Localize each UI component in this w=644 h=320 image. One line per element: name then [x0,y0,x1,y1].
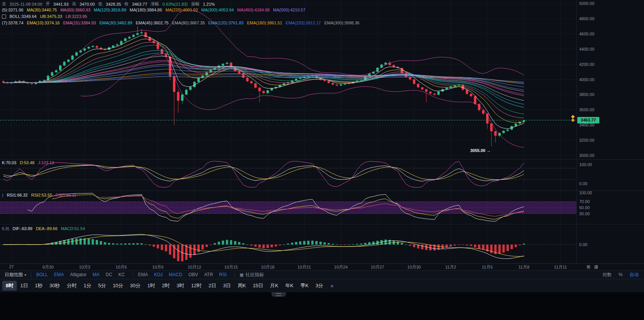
timeframe-button-10分[interactable]: 10分 [109,281,127,291]
x-axis-label: 10月21 [297,264,311,270]
rsi-legend: )RSI1:66.32RSI2:53.55RSI3:46.11 [2,193,76,197]
axis-label: 3600.00 [579,107,594,112]
timeframe-button-5分[interactable]: 5分 [95,281,109,291]
legend-item: MA(30):3440.75 [27,8,57,12]
date-range-dropdown[interactable]: 日期范围 ▾ [3,272,28,278]
timeframe-toolbar: 8时1日1秒30秒分时1分5分10分30分1时2时3时12时2日3日周K15日月… [0,279,644,292]
indicator-button-ema[interactable]: EMA [51,272,67,277]
legend-item: DEA:-89.66 [36,226,58,231]
axis-toggle-liquidation[interactable]: 爆 [594,264,598,270]
timeframe-button-15日[interactable]: 15日 [249,281,267,291]
indicator-group: EMAKDJMACDOBVATRRSI [133,272,232,277]
scale-button-%[interactable]: % [618,272,623,278]
indicator-button-kdj[interactable]: KDJ [151,272,165,277]
indicator-button-boll[interactable]: BOLL [34,272,51,277]
x-axis-label: 27 [9,264,14,269]
timeframe-button-周K[interactable]: 周K [234,281,249,291]
legend-item: EMA(45):3602.75 [136,21,169,25]
chevron-down-icon: ▾ [24,273,26,277]
legend-item: 低 [98,1,103,7]
timeframe-button-30分[interactable]: 30分 [127,281,144,291]
axis-label: 3000.00 [579,153,594,158]
timeframe-button-1时[interactable]: 1时 [144,281,159,291]
legend-item: 3470.00 [80,2,95,6]
time-axis: 279月3010月310月610月910月1210月1510月1810月2110… [0,264,644,270]
scale-button-自动[interactable]: 自动 [630,272,639,278]
axis-label: 4000.00 [579,77,594,82]
indicator-button-alligator[interactable]: Alligator [67,272,89,277]
timeframe-button-12时[interactable]: 12时 [188,281,205,291]
legend-item: 振幅 [191,1,199,7]
x-axis-label: 11月2 [445,264,456,270]
axis-label: 4600.00 [579,32,594,36]
axis-label: 100.00 [579,190,592,195]
axis-label: 4400.00 [579,47,594,51]
legend-item: EMA(30):3462.89 [100,21,132,25]
legend-item: RSI3:46.11 [56,193,76,197]
timeframe-button-8时[interactable]: 8时 [2,281,17,291]
legend-item: 0.63%(21.83) [162,2,188,6]
timeframe-button-季K[interactable]: 季K [297,281,312,291]
low-price-annotation: 3055.00 → [456,148,491,153]
indicator-button-obv[interactable]: OBV [186,272,201,277]
ma-legend: (5):3371.96MA(30):3440.75MA(60):3660.93M… [2,8,305,12]
indicator-button-rsi[interactable]: RSI [217,272,230,277]
legend-item: RSI1:66.32 [7,193,28,197]
timeframe-button-2日[interactable]: 2日 [205,281,220,291]
scale-button-对数[interactable]: 对数 [602,272,612,278]
indicator-button-macd[interactable]: MACD [166,272,185,277]
legend-item: EMA(80):3667.35 [172,21,205,25]
timeframe-button-30秒[interactable]: 30秒 [46,281,63,291]
indicator-visibility-icon[interactable] [2,14,6,19]
indicator-button-kc[interactable]: KC [116,272,127,277]
axis-label: 30.00 [579,211,590,216]
indicator-toolbar: 日期范围 ▾ BOLLEMAAlligatorMADCKCEMAKDJMACDO… [0,270,644,279]
panel-collapse-handle[interactable] [271,292,286,297]
timeframe-button-1分[interactable]: 1分 [80,281,95,291]
timeframe-button-1日[interactable]: 1日 [17,281,31,291]
x-axis-label: 11月11 [554,264,567,270]
main-chart-canvas[interactable]: 5000.004800.004600.004400.004200.004000.… [0,0,644,264]
community-label: 社区指标 [246,272,264,278]
axis-label: 0.00 [579,242,587,247]
x-axis-label: 10月6 [116,264,127,270]
timeframe-button-1秒[interactable]: 1秒 [31,281,46,291]
legend-item: EMA(300):3998.36 [324,21,359,25]
timeframe-button-年K[interactable]: 年K [282,281,297,291]
legend-item: ) [2,193,3,197]
legend-item: MA(500):4210.57 [273,8,305,12]
legend-item: 2025-11-08 04:00 [10,2,42,6]
axis-label: 50.00 [579,205,590,210]
legend-item: MA(220):4001.02 [165,8,198,12]
x-axis-label: 10月24 [334,264,347,270]
timeframe-button-3时[interactable]: 3时 [173,281,188,291]
indicator-group: BOLLEMAAlligatorMADCKC [31,272,130,277]
axis-label: 3200.00 [579,138,594,142]
indicator-button-dc[interactable]: DC [103,272,115,277]
timeframe-button-2时[interactable]: 2时 [159,281,173,291]
timeframe-button-月K[interactable]: 月K [267,281,282,291]
legend-item: 3441.93 [53,2,69,6]
x-axis-label: 11月5 [482,264,493,270]
axis-toggle-chips[interactable]: 筹 [586,264,591,270]
legend-item: 1.21% [203,2,215,6]
indicator-button-atr[interactable]: ATR [201,272,215,277]
scale-options: 对数%自动 [602,272,644,278]
timeframe-button-3分[interactable]: 3分 [312,281,326,291]
legend-item: RSI2:53.55 [31,193,52,197]
legend-item: D:53.48 [20,160,35,165]
indicator-button-ma[interactable]: MA [90,272,102,277]
macd-legend: 6,9)DIF:-63.89DEA:-89.66MACD:51.54 [2,226,85,231]
indicator-button-ema[interactable]: EMA [135,272,151,277]
timeframe-button-3日[interactable]: 3日 [220,281,234,291]
community-indicators-button[interactable]: ▦ 社区指标 [235,272,267,278]
close-timeframes-button[interactable]: × [327,283,338,289]
timeframe-button-分时[interactable]: 分时 [63,281,80,291]
ohlc-legend: 卖2025-11-08 04:00开3441.93高3470.00低3428.3… [2,1,215,7]
current-price-tag: 3463.77 [577,117,599,123]
legend-item: (5):3371.96 [2,8,23,12]
legend-item: 6,9) [2,226,9,231]
legend-item: LB:3223.95 [66,14,87,19]
chart-area[interactable]: 5000.004800.004600.004400.004200.004000.… [0,0,644,264]
legend-item: MA(300):4053.94 [201,8,234,12]
